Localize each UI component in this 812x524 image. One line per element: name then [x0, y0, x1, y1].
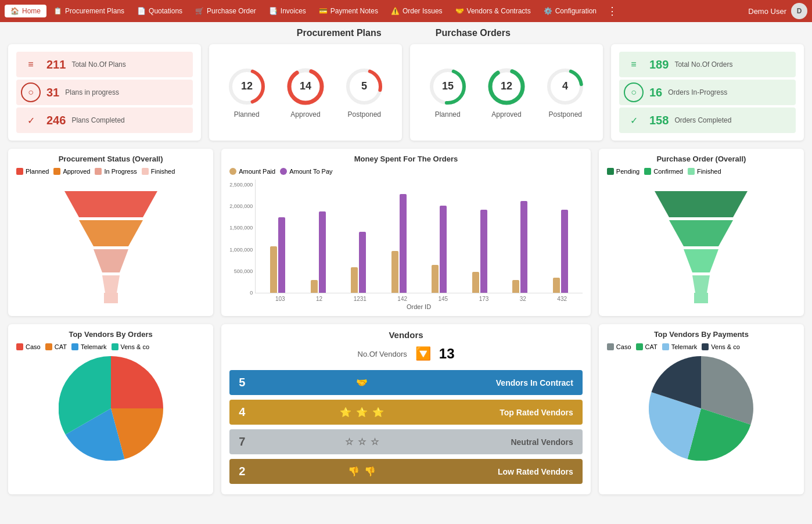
- amount-to-pay-label: Amount To Pay: [289, 168, 332, 175]
- legend-cat-payments: CAT: [636, 343, 657, 350]
- nav-username: Demo User: [748, 7, 786, 16]
- finished-label: Finished: [697, 168, 721, 175]
- finished-dot: [688, 168, 695, 175]
- svg-rect-22: [104, 293, 118, 303]
- neutral-icon-3: ☆: [371, 436, 379, 447]
- nav-quotations[interactable]: 📄 Quotations: [131, 5, 188, 17]
- procurement-status-title: Procurement Status (Overall): [16, 155, 205, 163]
- low-icon-1: 👎: [348, 466, 360, 477]
- top-vendors-orders-chart: Top Vendors By Orders Caso CAT Telemark …: [8, 324, 213, 494]
- bar-pair-173: [472, 210, 487, 293]
- purchase-orders-title: Purchase Orders: [410, 28, 536, 38]
- low-rated-num: 2: [239, 465, 255, 478]
- confirmed-dot: [644, 168, 651, 175]
- bar-pair-1231: [351, 232, 366, 293]
- total-plans-label: Total No.Of Plans: [71, 60, 125, 69]
- x-axis-labels: 10312123114214517332432: [255, 296, 583, 302]
- po-planned-label: Planned: [435, 110, 461, 119]
- nav-issues-label: Order Issues: [403, 7, 443, 15]
- bar-group-145: [422, 206, 457, 293]
- vendors-title: Vendors: [389, 330, 423, 340]
- nav-invoices[interactable]: 📑 Invoices: [263, 5, 312, 17]
- bar-topay-142: [400, 194, 407, 293]
- nav-purchase-order[interactable]: 🛒 Purchase Order: [189, 5, 262, 17]
- nav-user: Demo User D: [748, 3, 807, 19]
- total-plans-icon: ≡: [21, 55, 41, 74]
- po-overall-legend: Pending Confirmed Finished: [607, 168, 796, 175]
- nav-procurement-plans[interactable]: 📋 Procurement Plans: [48, 5, 130, 17]
- orders-completed-row: ✓ 158 Orders Completed: [619, 107, 796, 133]
- top-vendors-orders-title: Top Vendors By Orders: [16, 330, 205, 339]
- svg-marker-26: [692, 275, 710, 293]
- middle-charts-row: Procurement Status (Overall) Planned App…: [8, 149, 804, 316]
- home-icon: 🏠: [10, 7, 19, 15]
- nav-configuration[interactable]: ⚙️ Configuration: [538, 5, 602, 17]
- nav-home[interactable]: 🏠 Home: [5, 5, 46, 17]
- nav-payment-notes[interactable]: 💳 Payment Notes: [313, 5, 384, 17]
- nav-invoices-label: Invoices: [281, 7, 306, 15]
- caso-payments-label: Caso: [616, 343, 631, 350]
- bottom-row: Top Vendors By Orders Caso CAT Telemark …: [8, 324, 804, 494]
- cat-payments-label: CAT: [645, 343, 657, 350]
- vens-orders-label: Vens & co: [121, 343, 150, 350]
- vendors-icon: 🤝: [455, 7, 464, 15]
- low-rated-vendors-row[interactable]: 2 👎 👎 Low Rated Vendors: [229, 459, 583, 484]
- neutral-num: 7: [239, 435, 255, 448]
- purchase-circles: 15 Planned 12 Approved 4 Postponed: [410, 44, 603, 141]
- vendors-filter-icon[interactable]: 🔽: [415, 346, 431, 361]
- procurement-stats-block: ≡ 211 Total No.Of Plans ○ 31 Plans in pr…: [8, 44, 201, 141]
- legend-amount-paid: Amount Paid: [229, 168, 275, 175]
- vendors-panel: Vendors No.Of Vendors 🔽 13 5 🤝 Vendors I…: [221, 324, 591, 494]
- vendors-count-row: No.Of Vendors 🔽 13: [229, 346, 583, 362]
- vendors-in-contract-row[interactable]: 5 🤝 Vendors In Contract: [229, 370, 583, 395]
- bar-pair-142: [391, 194, 407, 293]
- nav-vendors-contracts[interactable]: 🤝 Vendors & Contracts: [450, 5, 537, 17]
- top-rated-vendors-row[interactable]: 4 ⭐ ⭐ ⭐ Top Rated Vendors: [229, 400, 583, 425]
- money-spent-title: Money Spent For The Orders: [229, 155, 583, 163]
- vendors-orders-legend: Caso CAT Telemark Vens & co: [16, 343, 205, 350]
- bar-group-432: [543, 210, 578, 293]
- bars-container: [255, 180, 583, 293]
- bar-paid-142: [391, 251, 398, 293]
- bar-group-173: [462, 210, 497, 293]
- svg-text:4: 4: [562, 80, 568, 92]
- total-plans-number: 211: [46, 58, 66, 71]
- nav-more-button[interactable]: ⋮: [603, 5, 621, 17]
- plans-completed-label: Plans Completed: [71, 116, 124, 124]
- telemark-payments-dot: [662, 343, 669, 350]
- orders-inprogress-number: 16: [649, 86, 662, 99]
- legend-telemark-payments: Telemark: [662, 343, 698, 350]
- star-icon-3: ⭐: [372, 407, 384, 418]
- legend-cat-orders: CAT: [45, 343, 67, 350]
- legend-vens-payments: Vens & co: [702, 343, 740, 350]
- neutral-vendors-row[interactable]: 7 ☆ ☆ ☆ Neutral Vendors: [229, 429, 583, 454]
- planned-circle-procurement: 12 Planned: [227, 66, 267, 119]
- y-axis: 2,500,000 2,000,000 1,500,000 1,000,000 …: [229, 180, 255, 296]
- postponed-circle-procurement: 5 Postponed: [344, 66, 385, 119]
- po-funnel: [607, 180, 796, 307]
- procurement-status-chart: Procurement Status (Overall) Planned App…: [8, 149, 213, 316]
- orders-inprogress-row: ○ 16 Orders In-Progress: [619, 80, 796, 105]
- plans-inprogress-label: Plans in progress: [65, 88, 119, 96]
- legend-finished: Finished: [142, 168, 175, 175]
- bar-group-142: [382, 194, 416, 293]
- section-titles: Procurement Plans Purchase Orders: [8, 28, 804, 43]
- nav-purchase-label: Purchase Order: [207, 7, 256, 15]
- svg-marker-19: [79, 220, 143, 246]
- bar-paid-32: [512, 280, 519, 293]
- po-overall-title: Purchase Order (Overall): [607, 155, 796, 163]
- legend-inprogress-label: In Progress: [104, 168, 136, 175]
- bar-pair-32: [512, 201, 527, 293]
- vendors-in-contract-label: Vendors In Contract: [469, 378, 573, 387]
- vendors-payments-legend: Caso CAT Telemark Vens & co: [607, 343, 796, 350]
- neutral-icon-1: ☆: [345, 436, 353, 447]
- amount-paid-dot: [229, 168, 236, 175]
- svg-text:14: 14: [300, 80, 311, 92]
- bar-paid-103: [270, 246, 277, 293]
- legend-finished-dot: [142, 168, 149, 175]
- nav-order-issues[interactable]: ⚠️ Order Issues: [385, 5, 448, 17]
- legend-planned-label: Planned: [26, 168, 49, 175]
- legend-finished-label: Finished: [151, 168, 175, 175]
- top-rated-label: Top Rated Vendors: [469, 408, 573, 417]
- top-vendors-payments-title: Top Vendors By Payments: [607, 330, 796, 339]
